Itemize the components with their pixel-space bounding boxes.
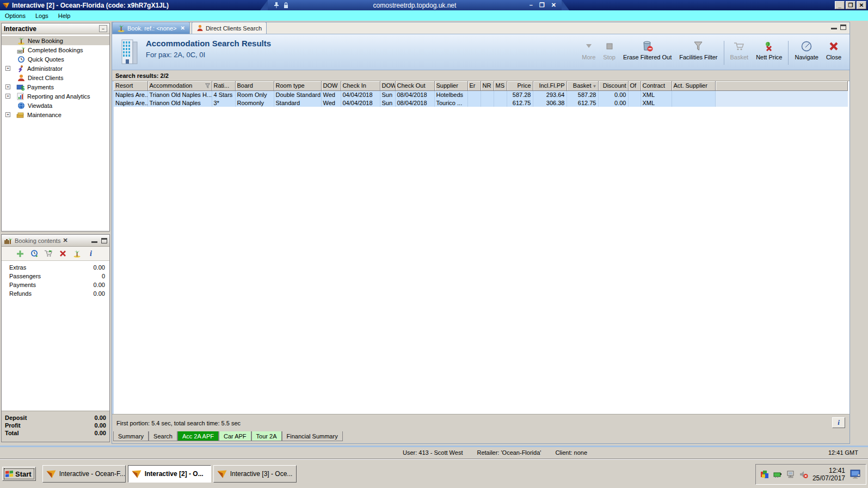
- menu-help[interactable]: Help: [53, 11, 76, 20]
- tab-summary[interactable]: Summary: [113, 431, 149, 441]
- tab-tour-2a[interactable]: Tour 2A: [251, 431, 282, 441]
- col-header[interactable]: Basket▼: [567, 81, 598, 90]
- col-header[interactable]: Price: [507, 81, 533, 90]
- erase-filtered-icon: [642, 40, 654, 53]
- sidebar-item-completed-bookings[interactable]: Completed Bookings: [2, 45, 109, 54]
- stop-icon: [606, 40, 613, 53]
- sidebar-item-payments[interactable]: + $ Payments: [2, 82, 109, 91]
- list-item[interactable]: Refunds0.00: [5, 289, 106, 298]
- computer-tray-icon[interactable]: [786, 470, 795, 479]
- rdp-restore-button[interactable]: ❐: [539, 2, 545, 9]
- expand-icon[interactable]: +: [5, 112, 10, 117]
- navigation-tree: New Booking Completed Bookings Quick Quo…: [2, 34, 109, 119]
- panel-minimize-button[interactable]: [831, 25, 837, 29]
- col-header[interactable]: Er: [467, 81, 481, 90]
- pin-icon[interactable]: [273, 2, 280, 9]
- result-row[interactable]: Naples Are...Trianon Old Naples H... 4 S…: [114, 90, 848, 99]
- close-icon[interactable]: ✕: [63, 237, 67, 244]
- quick-quote-icon[interactable]: [30, 249, 39, 258]
- col-header[interactable]: MS: [494, 81, 507, 90]
- rdp-minimize-button[interactable]: –: [530, 2, 533, 9]
- list-item[interactable]: Extras0.00: [5, 263, 106, 272]
- status-user: User: 413 - Scott West: [403, 449, 463, 456]
- tab-direct-clients-search[interactable]: Direct Clients Search: [192, 22, 267, 34]
- col-header[interactable]: Discount: [598, 81, 628, 90]
- sidebar-item-new-booking[interactable]: New Booking: [2, 36, 109, 45]
- expand-icon[interactable]: +: [5, 66, 10, 71]
- window-minimize-button[interactable]: _: [835, 1, 845, 9]
- window-close-button[interactable]: ✕: [857, 1, 866, 9]
- list-item[interactable]: Payments0.00: [5, 280, 106, 289]
- menu-options[interactable]: Options: [0, 11, 30, 20]
- delete-icon[interactable]: [58, 249, 67, 258]
- panel-maximize-button[interactable]: [840, 25, 846, 30]
- expand-icon[interactable]: +: [5, 84, 10, 89]
- col-header[interactable]: Contract: [641, 81, 672, 90]
- tab-search[interactable]: Search: [149, 431, 177, 441]
- network-tray-icon[interactable]: [773, 470, 782, 479]
- col-header[interactable]: DOW: [321, 81, 341, 90]
- tab-car-apf[interactable]: Car APF: [219, 431, 251, 441]
- col-header[interactable]: Board: [235, 81, 274, 90]
- expand-icon[interactable]: +: [5, 94, 10, 99]
- col-header[interactable]: Incl.Fl.PP: [533, 81, 567, 90]
- total-value: 0.00: [95, 430, 106, 437]
- col-header[interactable]: Rati...: [212, 81, 235, 90]
- list-item[interactable]: Passengers0: [5, 272, 106, 280]
- navigate-button[interactable]: Navigate: [791, 39, 822, 62]
- muted-speaker-tray-icon[interactable]: [799, 470, 808, 479]
- col-header[interactable]: Check In: [341, 81, 380, 90]
- status-client: Client: none: [555, 449, 587, 456]
- erase-filtered-out-button[interactable]: Erase Filtered Out: [619, 39, 675, 62]
- show-desktop-tray-icon[interactable]: [849, 469, 861, 480]
- col-header[interactable]: NR: [481, 81, 494, 90]
- col-header[interactable]: Room type: [274, 81, 321, 90]
- panel-minimize-button[interactable]: [91, 238, 97, 243]
- menu-logs[interactable]: Logs: [30, 11, 53, 20]
- close-icon[interactable]: ✕: [181, 25, 185, 31]
- move-to-basket-icon[interactable]: [44, 249, 53, 258]
- close-results-button[interactable]: Close: [822, 39, 845, 62]
- start-button[interactable]: Start: [2, 467, 36, 481]
- sidebar-item-maintenance[interactable]: + Maintenance: [2, 110, 109, 119]
- new-booking-icon[interactable]: [72, 249, 81, 258]
- sidebar-item-administrator[interactable]: + Administrator: [2, 64, 109, 73]
- taskbar-window-button[interactable]: Interactive - Ocean-F...: [42, 465, 126, 483]
- sidebar-item-viewdata[interactable]: Viewdata: [2, 101, 109, 110]
- taskbar-window-button[interactable]: Interactive [3] - Oce...: [213, 465, 297, 483]
- col-header[interactable]: Accommodation: [147, 81, 212, 90]
- tab-financial-summary[interactable]: Financial Summary: [282, 431, 343, 441]
- window-restore-button[interactable]: ❐: [846, 1, 855, 9]
- panel-collapse-button[interactable]: −: [99, 25, 107, 32]
- booking-contents-tab[interactable]: Booking contents ✕: [4, 237, 68, 245]
- col-header[interactable]: DOW: [380, 81, 395, 90]
- stop-button[interactable]: Stop: [599, 39, 619, 62]
- more-button[interactable]: More: [578, 39, 599, 62]
- tab-booking-ref[interactable]: Book. ref.: <none> ✕: [112, 22, 190, 34]
- booking-contents-list: Extras0.00 Passengers0 Payments0.00 Refu…: [2, 261, 109, 300]
- col-header[interactable]: Resort: [114, 81, 147, 90]
- sidebar-item-quick-quotes[interactable]: Quick Quotes: [2, 54, 109, 64]
- col-header[interactable]: Of: [628, 81, 641, 90]
- basket-button[interactable]: Basket: [727, 39, 753, 62]
- col-header[interactable]: Check Out: [395, 81, 434, 90]
- facilities-filter-button[interactable]: Facilities Filter: [675, 39, 721, 62]
- add-item-icon[interactable]: [16, 249, 24, 258]
- result-row[interactable]: Naples Are...Trianon Old Naples 3*Roomon…: [114, 99, 848, 107]
- info-button[interactable]: i: [832, 417, 845, 428]
- tray-clock[interactable]: 12:41 25/07/2017: [812, 467, 845, 482]
- info-icon[interactable]: i: [87, 249, 95, 258]
- palm-tree-icon: [17, 37, 26, 45]
- col-header[interactable]: Supplier: [434, 81, 467, 90]
- sidebar-item-reporting[interactable]: + Reporting and Analytics: [2, 91, 109, 101]
- tab-acc-2a-apf[interactable]: Acc 2A APF: [177, 431, 219, 441]
- nett-price-button[interactable]: Nett Price: [752, 39, 786, 62]
- payments-icon: $: [16, 83, 25, 91]
- panel-maximize-button[interactable]: [101, 238, 107, 243]
- rdp-close-button[interactable]: ✕: [551, 2, 556, 9]
- filter-funnel-icon[interactable]: [205, 83, 210, 88]
- col-header[interactable]: Act. Supplier: [672, 81, 715, 90]
- taskbar-window-button-active[interactable]: Interactive [2] - O...: [128, 465, 211, 483]
- sidebar-item-direct-clients[interactable]: Direct Clients: [2, 73, 109, 82]
- antivirus-tray-icon[interactable]: [760, 470, 769, 479]
